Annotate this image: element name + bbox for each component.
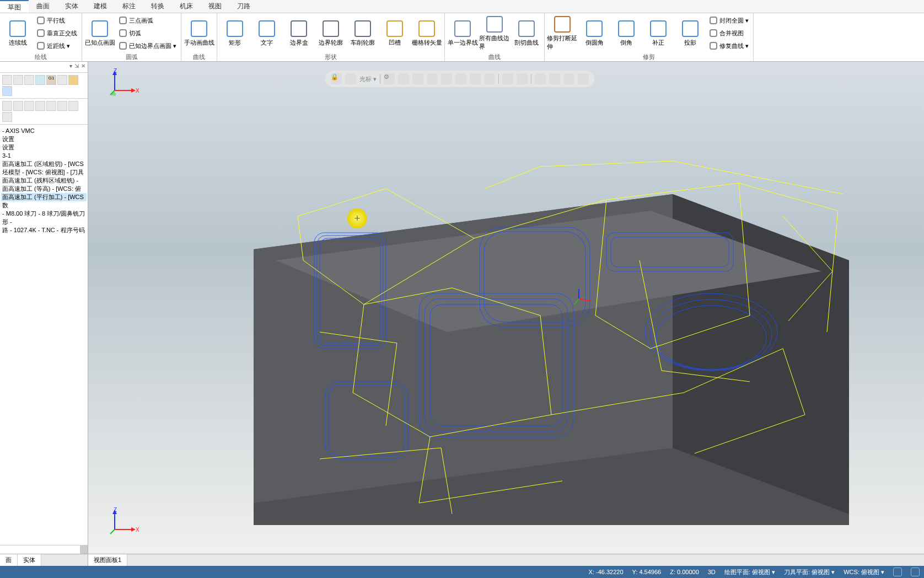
perp-button[interactable]: 垂直正交线 — [34, 27, 79, 39]
tree-item-0[interactable]: - AXIS VMC — [1, 127, 87, 135]
tree-h-scrollbar[interactable] — [0, 545, 88, 554]
tree-item-5[interactable]: 面高速加工 (区域粗切) - [WCS — [1, 160, 87, 168]
boundcircle-button[interactable]: 已知边界点画圆 ▾ — [116, 40, 179, 52]
ft-b9-icon[interactable] — [535, 73, 546, 84]
panel-dropdown-icon[interactable]: ▾ — [69, 63, 72, 71]
svg-text:Z: Z — [114, 507, 117, 513]
ft-b7-icon[interactable] — [502, 73, 513, 84]
panel-pin-icon[interactable]: ⇲ — [74, 63, 79, 71]
fillet-button[interactable]: 倒圆角 — [579, 14, 610, 52]
tree-item-12[interactable]: 形 - — [1, 218, 87, 226]
tb2-btn-6[interactable] — [57, 101, 67, 111]
turn-button[interactable]: 车削轮廓 — [347, 14, 378, 52]
ft-b4-icon[interactable] — [455, 73, 466, 84]
tb-btn-4[interactable] — [35, 75, 45, 85]
tanarc-button[interactable]: 切弧 — [116, 27, 179, 39]
tree-item-7[interactable]: 面高速加工 (残料区域粗铣) - — [1, 176, 87, 185]
ft-gear-icon[interactable]: ⚙ — [384, 73, 395, 84]
tree-item-4[interactable]: 3-1 — [1, 152, 87, 160]
tb-btn-5[interactable]: G1 — [46, 75, 56, 85]
near-button[interactable]: 近距线 ▾ — [34, 40, 79, 52]
tree-item-11[interactable]: - M8.00 球刀 - 8 球刀/圆鼻铣刀 — [1, 210, 87, 218]
tree-item-9[interactable]: 面高速加工 (平行加工) - [WCS — [1, 193, 87, 201]
ft-b6-icon[interactable] — [484, 73, 495, 84]
menu-tab-1[interactable]: 曲面 — [29, 0, 57, 13]
ft-snap-icon[interactable] — [345, 73, 356, 84]
rect-button[interactable]: 矩形 — [219, 14, 250, 52]
tree-item-13[interactable]: 路 - 1027.4K - T.NC - 程序号码 — [1, 226, 87, 234]
tb-btn-3[interactable] — [24, 75, 34, 85]
groove-button[interactable]: 凹槽 — [379, 14, 410, 52]
ft-b3-icon[interactable] — [441, 73, 452, 84]
arc3-button[interactable]: 三点画弧 — [116, 14, 179, 26]
bbox-button[interactable]: 边界盒 — [283, 14, 314, 52]
project-button[interactable]: 投影 — [675, 14, 706, 52]
menu-tab-3[interactable]: 建模 — [86, 0, 115, 13]
menu-tab-8[interactable]: 刀路 — [229, 0, 258, 13]
ft-lock-icon[interactable]: 🔒 — [331, 73, 342, 84]
tb2-btn-3[interactable] — [24, 101, 34, 111]
tb-btn-6[interactable] — [57, 75, 67, 85]
tb-btn-7[interactable] — [68, 75, 78, 85]
section-button[interactable]: 剖切曲线 — [511, 14, 542, 52]
ribbon-group-0: 连续线平行线垂直正交线近距线 ▾绘线 — [0, 13, 82, 61]
panel-close-icon[interactable]: ✕ — [81, 63, 85, 71]
menu-tab-0[interactable]: 草图 — [0, 0, 29, 13]
text-button[interactable]: 文字 — [251, 14, 282, 52]
tree-item-3[interactable]: 设置 — [1, 143, 87, 152]
operations-tree[interactable]: - AXIS VMC设置设置3-1面高速加工 (区域粗切) - [WCS坯模型 … — [0, 125, 88, 545]
tb2-btn-2[interactable] — [13, 101, 23, 111]
tree-item-8[interactable]: 面高速加工 (等高) - [WCS: 俯 — [1, 185, 87, 193]
merge-button[interactable]: 合并视图 — [707, 27, 751, 39]
raster-button[interactable]: 栅格转矢量 — [411, 14, 442, 52]
status-tool-plane[interactable]: 刀具平面: 俯视图 ▾ — [784, 568, 835, 576]
tree-item-10[interactable]: 数 — [1, 201, 87, 210]
repair-button[interactable]: 修复曲线 ▾ — [707, 40, 751, 52]
all-edge-button[interactable]: 所有曲线边界 — [479, 14, 510, 52]
boundary-button[interactable]: 边界轮廓 — [315, 14, 346, 52]
ribbon-label: 垂直正交线 — [47, 29, 77, 38]
bottom-tab-right-0[interactable]: 视图面板1 — [88, 554, 127, 566]
ft-b8-icon[interactable] — [517, 73, 528, 84]
ft-b5-icon[interactable] — [470, 73, 481, 84]
tb-btn-1[interactable] — [2, 75, 12, 85]
trim-button[interactable]: 修剪打断延伸 — [547, 14, 578, 52]
tree-item-6[interactable]: 坯模型 - [WCS: 俯视图] - [刀具 — [1, 168, 87, 176]
parallel-button[interactable]: 平行线 — [34, 14, 79, 26]
tb-btn-8[interactable] — [2, 86, 12, 96]
status-wcs[interactable]: WCS: 俯视图 ▾ — [844, 568, 884, 576]
tb2-btn-8[interactable] — [2, 112, 12, 122]
ft-b1-icon[interactable] — [412, 73, 423, 84]
tb-btn-2[interactable] — [13, 75, 23, 85]
single-edge-button[interactable]: 单一边界线 — [447, 14, 478, 52]
chamfer-button[interactable]: 倒角 — [611, 14, 642, 52]
spline-button[interactable]: 手动画曲线 — [184, 14, 214, 52]
menu-tab-4[interactable]: 标注 — [115, 0, 143, 13]
ft-b12-icon[interactable] — [578, 73, 589, 84]
line-button[interactable]: 连续线 — [2, 14, 33, 52]
offset-button[interactable]: 补正 — [643, 14, 674, 52]
tb2-btn-7[interactable] — [68, 101, 78, 111]
3d-viewport[interactable]: Z X 绘 Z X 🔒 光标 ▾ ⚙ — [88, 62, 924, 554]
menu-tab-6[interactable]: 机床 — [172, 0, 201, 13]
tb2-btn-1[interactable] — [2, 101, 12, 111]
circle-button[interactable]: 已知点画圆 — [84, 14, 115, 52]
tb2-btn-5[interactable] — [46, 101, 56, 111]
status-mode[interactable]: 3D — [708, 569, 716, 575]
tree-item-2[interactable]: 设置 — [1, 135, 87, 143]
bottom-tab-left-1[interactable]: 实体 — [18, 554, 41, 566]
ft-b11-icon[interactable] — [563, 73, 574, 84]
ft-b10-icon[interactable] — [549, 73, 560, 84]
bottom-tab-left-0[interactable]: 面 — [0, 554, 18, 566]
menu-tab-2[interactable]: 实体 — [57, 0, 86, 13]
ft-b2-icon[interactable] — [427, 73, 438, 84]
status-icon-1[interactable] — [893, 568, 902, 576]
menu-tab-5[interactable]: 转换 — [143, 0, 172, 13]
closecircle-button[interactable]: 封闭全圆 ▾ — [707, 14, 751, 26]
svg-rect-13 — [355, 21, 370, 36]
ft-select-icon[interactable] — [398, 73, 409, 84]
tb2-btn-4[interactable] — [35, 101, 45, 111]
status-draw-plane[interactable]: 绘图平面: 俯视图 ▾ — [724, 568, 775, 576]
status-icon-2[interactable] — [911, 568, 920, 576]
menu-tab-7[interactable]: 视图 — [201, 0, 229, 13]
